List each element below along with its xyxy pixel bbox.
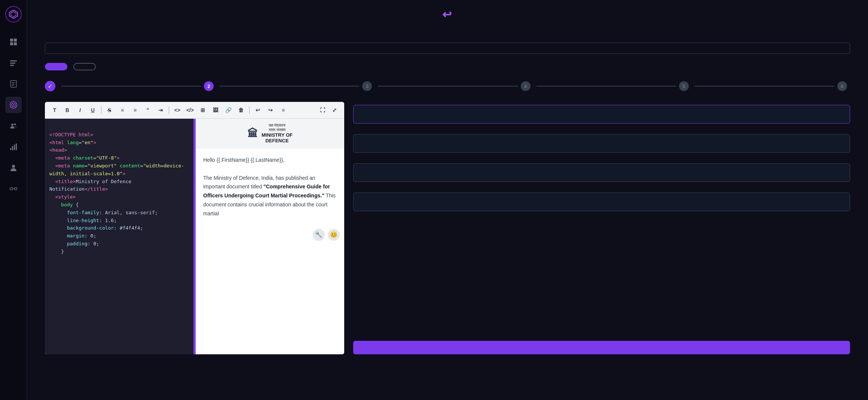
toolbar-format[interactable]: ≡ (278, 105, 288, 115)
step-6[interactable]: 6 (837, 81, 850, 91)
sidebar-item-groups[interactable] (5, 118, 22, 134)
step-2[interactable]: 2 (204, 81, 217, 91)
toolbar-fullscreen[interactable]: ⤢ (329, 105, 340, 115)
preview-body: The Ministry of Defence, India, has publ… (203, 174, 337, 218)
svg-rect-21 (16, 143, 17, 150)
svg-rect-12 (12, 85, 14, 86)
step-divider-3 (378, 86, 517, 87)
preview-greeting: Hello {{.FirstName}} {{.LastName}}, (203, 156, 337, 165)
toolbar-strikethrough[interactable]: S̶ (104, 105, 115, 115)
editor-area: T B I U S̶ ≡ ≡ " ⇥ <> </> ⊞ 🖼 🔗 🗑 (45, 102, 850, 354)
step-4[interactable]: 4 (521, 81, 534, 91)
logo-sub: रक्षा मंत्रालयभारत सरकार (262, 123, 293, 132)
main-content: ↩ ✓ 2 (27, 0, 868, 400)
toolbar-code-inline[interactable]: <> (172, 105, 183, 115)
toolbar-delete[interactable]: 🗑 (236, 105, 246, 115)
sidebar-item-dashboard[interactable] (5, 34, 22, 50)
step-1-check: ✓ (45, 81, 55, 91)
page-content: ✓ 2 3 4 5 (27, 25, 868, 400)
svg-rect-19 (12, 146, 13, 150)
app-logo[interactable] (5, 6, 22, 22)
toolbar-blockquote[interactable]: " (143, 105, 153, 115)
bec-stimulation-button[interactable] (73, 63, 96, 70)
step-divider-4 (537, 86, 676, 87)
toolbar-code-block[interactable]: </> (185, 105, 195, 115)
step-divider-2 (220, 86, 359, 87)
step-5-number: 5 (679, 81, 689, 91)
svg-rect-11 (12, 84, 15, 85)
toolbar-image[interactable]: 🖼 (210, 105, 221, 115)
svg-marker-1 (11, 12, 16, 17)
step-divider-1 (61, 86, 201, 87)
preview-header: 🏛 रक्षा मंत्रालयभारत सरकार MINISTRY OFDE… (196, 119, 344, 148)
code-panel[interactable]: <!DOCTYPE html> <html lang="en"> <head> … (45, 119, 195, 354)
preview-content: Hello {{.FirstName}} {{.LastName}}, The … (196, 148, 344, 226)
svg-rect-18 (10, 148, 11, 150)
svg-rect-3 (14, 39, 17, 42)
toolbar-italic[interactable]: I (75, 105, 85, 115)
sidebar-item-templates[interactable] (5, 76, 22, 92)
step-divider-5 (695, 86, 834, 87)
toolbar-undo[interactable]: ↩ (253, 105, 263, 115)
svg-rect-10 (12, 82, 15, 83)
svg-rect-2 (10, 39, 13, 42)
toolbar-underline[interactable]: U (88, 105, 98, 115)
step-6-number: 6 (837, 81, 847, 91)
toolbar-paragraph[interactable]: T (49, 105, 60, 115)
svg-rect-7 (10, 63, 15, 64)
step-3-number: 3 (362, 81, 372, 91)
sidebar-item-users[interactable] (5, 160, 22, 176)
toolbar-divider-1 (101, 106, 101, 114)
svg-point-16 (11, 124, 13, 126)
form-panel (353, 102, 850, 354)
from-email-field (353, 160, 850, 182)
sidebar-item-campaigns[interactable] (5, 55, 22, 71)
editor-panel: T B I U S̶ ≡ ≡ " ⇥ <> </> ⊞ 🖼 🔗 🗑 (45, 102, 344, 354)
preview-footer: 🔧 😊 (196, 226, 344, 244)
toolbar-divider-2 (169, 106, 169, 114)
subject-field (353, 131, 850, 153)
toolbar-indent[interactable]: ⇥ (155, 105, 166, 115)
from-name-field (353, 190, 850, 211)
title-arrow: ↩ (442, 8, 453, 21)
svg-point-22 (12, 165, 15, 168)
step-1[interactable]: ✓ (45, 81, 58, 91)
ai-tools-icon[interactable]: 🔧 (313, 229, 325, 241)
sidebar-item-integrations[interactable] (5, 181, 22, 197)
svg-rect-5 (14, 42, 17, 45)
svg-rect-4 (10, 42, 13, 45)
ministry-emblem: 🏛 (247, 127, 258, 140)
svg-rect-23 (10, 188, 12, 190)
from-name-input[interactable] (353, 193, 850, 211)
sidebar-item-analytics[interactable] (5, 139, 22, 155)
step-2-number: 2 (204, 81, 214, 91)
svg-rect-24 (15, 188, 17, 190)
sidebar-item-phishing[interactable] (5, 97, 22, 113)
svg-point-17 (14, 124, 16, 125)
toolbar-bold[interactable]: B (62, 105, 73, 115)
app-title: ↩ (442, 6, 453, 22)
svg-rect-20 (14, 145, 15, 150)
steps-bar: ✓ 2 3 4 5 (45, 81, 850, 91)
subject-input[interactable] (353, 134, 850, 153)
toolbar-expand[interactable]: ⛶ (317, 105, 328, 115)
toolbar-align-center[interactable]: ≡ (130, 105, 140, 115)
step-3[interactable]: 3 (362, 81, 375, 91)
toolbar-redo[interactable]: ↪ (265, 105, 276, 115)
from-email-input[interactable] (353, 163, 850, 182)
emoji-icon[interactable]: 😊 (328, 229, 340, 241)
header: ↩ (27, 0, 868, 25)
stimulation-button[interactable] (45, 63, 67, 70)
toolbar-table[interactable]: ⊞ (198, 105, 208, 115)
step-4-number: 4 (521, 81, 531, 91)
logo-main: MINISTRY OFDEFENCE (262, 132, 293, 143)
step-5[interactable]: 5 (679, 81, 692, 91)
editor-toolbar: T B I U S̶ ≡ ≡ " ⇥ <> </> ⊞ 🖼 🔗 🗑 (45, 102, 344, 119)
save-button[interactable] (353, 341, 850, 354)
svg-point-15 (13, 104, 14, 106)
toolbar-link[interactable]: 🔗 (223, 105, 233, 115)
campaign-name-section (45, 43, 850, 54)
svg-rect-8 (10, 65, 14, 66)
toolbar-align-left[interactable]: ≡ (117, 105, 128, 115)
name-input[interactable] (353, 105, 850, 124)
